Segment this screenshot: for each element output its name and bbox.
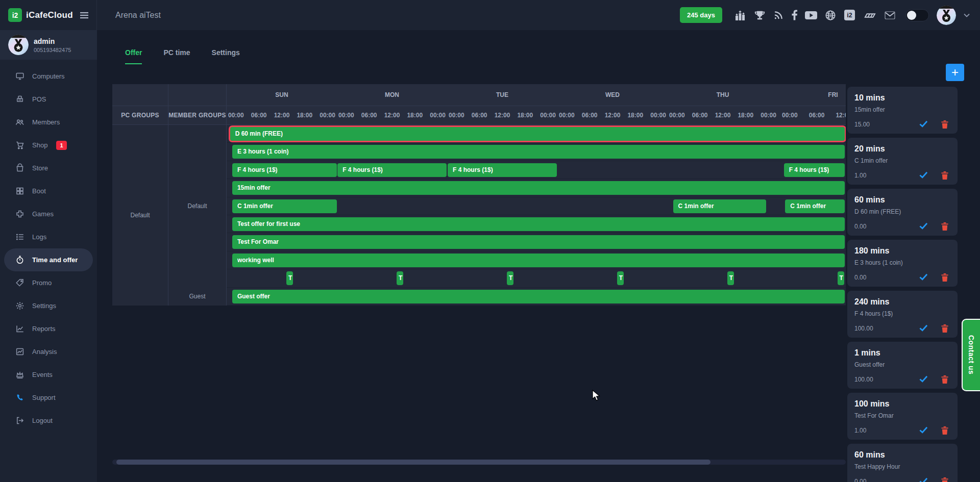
sidebar-item-analysis[interactable]: Analysis [4, 340, 93, 363]
delete-trash-icon[interactable] [941, 477, 948, 482]
sidebar-item-members[interactable]: Members [4, 111, 93, 134]
sidebar-item-logs[interactable]: Logs [4, 225, 93, 248]
tab-settings[interactable]: Settings [212, 48, 240, 64]
delete-trash-icon[interactable] [941, 222, 948, 231]
offer-schedule-board: SUNMONTUEWEDTHUFRI PC GROUPS MEMBER GROU… [112, 84, 846, 306]
sidebar-item-logout[interactable]: Logout [4, 409, 93, 432]
offer-bar[interactable]: F 4 hours (1$) [448, 163, 556, 177]
offer-bar[interactable]: T [286, 271, 293, 285]
sidebar: admin 005193482475 ComputersPOSMembersSh… [0, 30, 97, 482]
offer-card: 60 minsD 60 min (FREE)0.00 [847, 189, 958, 236]
offer-bar[interactable]: C 1min offer [785, 199, 844, 213]
offer-bar[interactable]: E 3 hours (1 coin) [232, 145, 845, 159]
offer-duration: 20 mins [854, 144, 950, 154]
confirm-check-icon[interactable] [919, 426, 928, 435]
delete-trash-icon[interactable] [941, 375, 948, 384]
trophy-icon[interactable] [754, 10, 766, 21]
scrollbar-thumb[interactable] [116, 460, 710, 465]
offer-bar[interactable]: Test For Omar [232, 235, 845, 249]
sidebar-item-pos[interactable]: POS [4, 88, 93, 111]
delete-trash-icon[interactable] [941, 324, 948, 333]
delete-trash-icon[interactable] [941, 273, 948, 282]
sidebar-item-time-and-offer[interactable]: Time and offer [4, 248, 93, 271]
delete-trash-icon[interactable] [941, 171, 948, 180]
offer-name: D 60 min (FREE) [854, 208, 950, 215]
time-label: 12:00 [384, 106, 400, 124]
tab-pc-time[interactable]: PC time [163, 48, 190, 64]
offer-bar[interactable]: 15min offer [232, 181, 845, 195]
tab-bar: OfferPC timeSettings [125, 48, 240, 64]
confirm-check-icon[interactable] [919, 375, 928, 384]
chevron-down-icon[interactable] [964, 13, 970, 17]
tab-offer[interactable]: Offer [125, 48, 142, 64]
offer-card: 180 minsE 3 hours (1 coin)0.00 [847, 240, 958, 287]
youtube-icon[interactable] [805, 11, 817, 20]
facebook-icon[interactable] [792, 10, 797, 20]
time-label: 00:00 [650, 106, 666, 124]
sidebar-item-store[interactable]: Store [4, 157, 93, 180]
confirm-check-icon[interactable] [919, 120, 928, 129]
time-label: 12:00 [715, 106, 731, 124]
sidebar-item-support[interactable]: Support [4, 386, 93, 409]
ranking-icon[interactable] [734, 10, 746, 21]
offer-bar[interactable]: F 4 hours (1$) [337, 163, 446, 177]
pos-icon [15, 94, 24, 104]
confirm-check-icon[interactable] [919, 477, 928, 482]
sidebar-item-computers[interactable]: Computers [4, 65, 93, 88]
offer-bar[interactable]: Test offer for first use [232, 217, 845, 231]
sidebar-item-boot[interactable]: Boot [4, 180, 93, 202]
cards-icon[interactable] [863, 10, 876, 20]
delete-trash-icon[interactable] [941, 120, 948, 129]
globe-icon[interactable] [825, 10, 836, 21]
offer-bar[interactable]: T [838, 271, 844, 285]
avatar[interactable] [937, 6, 956, 25]
offer-bar[interactable]: C 1min offer [232, 199, 337, 213]
offer-card: 20 minsC 1min offer1.00 [847, 138, 958, 185]
contact-us-button[interactable]: Contact us [962, 319, 980, 391]
confirm-check-icon[interactable] [919, 324, 928, 333]
confirm-check-icon[interactable] [919, 171, 928, 180]
add-offer-button[interactable]: + [946, 64, 964, 81]
offer-name: 15min offer [854, 106, 950, 113]
offer-bar[interactable]: Guest offer [232, 290, 845, 303]
delete-trash-icon[interactable] [941, 426, 948, 435]
member-group-guest: Guest [168, 288, 226, 306]
time-label: 00:00 [761, 106, 776, 124]
confirm-check-icon[interactable] [919, 222, 928, 231]
icafe-icon[interactable]: i2 [844, 9, 855, 21]
schedule-row: Guest offer [227, 288, 846, 306]
rss-icon[interactable] [773, 10, 784, 20]
subscription-days-badge[interactable]: 245 days [680, 7, 722, 23]
schedule-row: C 1min offerC 1min offerC 1min offer [227, 197, 846, 215]
schedule-row: Test For Omar [227, 233, 846, 251]
hamburger-menu-icon[interactable] [79, 10, 89, 20]
time-label: 06:00 [251, 106, 267, 124]
theme-toggle[interactable] [905, 9, 929, 21]
offer-price: 0.00 [854, 274, 919, 281]
sidebar-item-settings[interactable]: Settings [4, 294, 93, 317]
sidebar-item-label: Games [32, 210, 54, 218]
offer-bar[interactable]: T [397, 271, 403, 285]
schedule-row: TTTTTT [227, 269, 846, 287]
user-profile[interactable]: admin 005193482475 [0, 30, 97, 60]
sidebar-item-label: Shop [32, 141, 47, 149]
offer-bar[interactable]: C 1min offer [673, 199, 766, 213]
offer-bar[interactable]: T [507, 271, 513, 285]
offer-bar[interactable]: F 4 hours (1$) [232, 163, 337, 177]
offer-bar[interactable]: F 4 hours (1$) [784, 163, 845, 177]
mail-icon[interactable] [884, 11, 896, 20]
offer-bar[interactable]: working well [232, 253, 845, 267]
offer-bar[interactable]: T [727, 271, 734, 285]
sidebar-item-shop[interactable]: Shop1 [4, 134, 93, 157]
store-icon [15, 163, 24, 173]
horizontal-scrollbar[interactable] [112, 460, 846, 465]
sidebar-item-promo[interactable]: Promo [4, 271, 93, 294]
sidebar-item-reports[interactable]: Reports [4, 317, 93, 340]
sidebar-item-label: Logout [32, 417, 53, 424]
sidebar-item-events[interactable]: Events [4, 363, 93, 386]
offer-bar[interactable]: T [617, 271, 624, 285]
icafecloud-logo-icon: i2 [8, 8, 22, 22]
sidebar-item-games[interactable]: Games [4, 202, 93, 225]
offer-bar[interactable]: D 60 min (FREE) [230, 127, 845, 141]
confirm-check-icon[interactable] [919, 273, 928, 282]
